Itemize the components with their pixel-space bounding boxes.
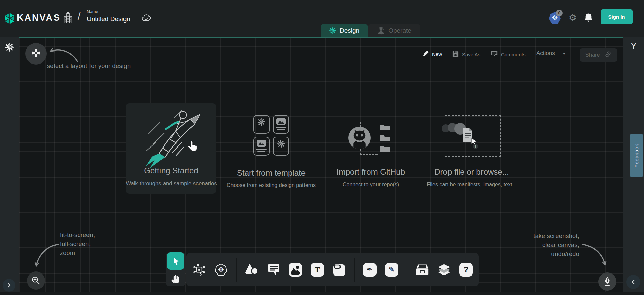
drop-zone[interactable] <box>445 115 501 157</box>
pen-tool-button[interactable]: ✒ <box>363 263 377 277</box>
bottom-edge-bar <box>0 292 644 295</box>
component-tool-button[interactable] <box>192 263 206 277</box>
validate-y-icon[interactable]: Y <box>631 41 637 51</box>
view-hint-text: fit-to-screen, full-screen, zoom <box>60 230 95 258</box>
share-button[interactable]: Share <box>580 48 617 62</box>
comments-button[interactable]: Comments <box>491 50 526 58</box>
tab-design[interactable]: Design <box>321 24 368 37</box>
card-subtitle: Files can be manifests, images, text... <box>427 182 517 188</box>
expand-left-panel-button[interactable] <box>3 279 15 292</box>
pencil-icon <box>422 50 429 58</box>
card-title: Getting Started <box>144 166 198 175</box>
settings-gear-icon[interactable]: ⚙ <box>569 12 577 23</box>
notifications-bell-icon[interactable] <box>584 13 593 23</box>
comment-tool-button[interactable] <box>267 263 280 277</box>
thumb-line <box>257 130 265 130</box>
chevron-right-icon <box>6 282 12 288</box>
comments-label: Comments <box>501 52 526 57</box>
folder-icon <box>380 145 390 152</box>
k8s-context-button[interactable]: ☸ 0 <box>549 12 561 24</box>
left-dock <box>0 37 19 292</box>
layers-icon <box>437 263 451 277</box>
plus-badge: + <box>473 144 478 149</box>
kubernetes-tool-button[interactable]: ☸ <box>214 263 228 277</box>
layout-hint-text: select a layout for your design <box>47 62 131 70</box>
zoom-in-icon <box>31 276 41 285</box>
app-logo-text: KANVAS <box>17 13 61 23</box>
import-drawer-tool-button[interactable] <box>416 263 429 277</box>
select-arrow-icon <box>171 257 180 266</box>
pen-tool-glyph: ✒ <box>367 266 373 273</box>
toolbar-divider <box>354 258 355 282</box>
breadcrumb-separator: / <box>78 11 80 22</box>
history-hint-text: take screenshot, clear canvas, undo/redo <box>525 231 579 259</box>
organization-icon[interactable] <box>64 12 72 24</box>
bottom-toolbar: ☸ T <box>186 253 479 286</box>
feedback-tab[interactable]: Feedback <box>630 134 643 177</box>
text-tool-glyph: T <box>315 266 320 274</box>
note-tool-button[interactable] <box>332 263 346 277</box>
actions-menu-button[interactable]: Actions ▾ <box>536 50 565 57</box>
pointer-tools-group <box>166 252 185 286</box>
context-count-badge: 0 <box>556 10 563 16</box>
history-hint-arrow <box>578 240 610 270</box>
shapes-icon <box>245 263 258 276</box>
card-subtitle: Connect to your repo(s) <box>343 182 399 188</box>
layout-flower-icon <box>31 48 41 59</box>
folder-icon <box>380 135 390 141</box>
help-tool-button[interactable]: ? <box>459 263 473 277</box>
select-tool-button[interactable] <box>167 252 184 270</box>
thumb-line <box>256 128 267 128</box>
hint-line: clear canvas, <box>525 241 579 250</box>
toolbar-divider <box>236 258 237 282</box>
kanvas-logo-icon <box>4 12 15 25</box>
hint-line: full-screen, <box>60 240 95 249</box>
freehand-tool-glyph: ✎ <box>389 266 395 273</box>
card-subtitle: Choose from existing design patterns <box>227 182 316 188</box>
actions-label: Actions <box>536 50 555 57</box>
hint-line: fit-to-screen, <box>60 230 95 240</box>
new-label: New <box>432 51 442 57</box>
share-label: Share <box>585 52 600 58</box>
meshery-spiral-icon[interactable] <box>5 43 14 52</box>
cursor-pointer-icon <box>187 140 199 153</box>
note-icon <box>332 263 346 276</box>
hint-line: zoom <box>60 249 95 258</box>
zoom-controls-button[interactable] <box>27 271 45 290</box>
share-link-icon <box>604 51 612 59</box>
kanvas-app: select a layout for your design New Save… <box>0 0 644 295</box>
expand-right-panel-button[interactable] <box>626 275 640 289</box>
github-octocat-icon <box>348 127 371 149</box>
template-thumb-design <box>273 137 289 156</box>
card-title: Import from GitHub <box>336 167 405 177</box>
freehand-tool-button[interactable]: ✎ <box>385 263 398 277</box>
tab-operate[interactable]: Operate <box>368 24 420 37</box>
card-title: Start from template <box>237 168 306 178</box>
mode-tabs: Design Operate <box>321 24 420 37</box>
layout-select-button[interactable] <box>25 43 47 65</box>
shapes-tool-button[interactable] <box>245 263 258 277</box>
history-controls-button[interactable] <box>598 272 616 291</box>
spiral-icon <box>257 118 265 126</box>
image-tool-button[interactable] <box>289 263 302 277</box>
feedback-label: Feedback <box>634 144 639 167</box>
save-as-button[interactable]: Save As <box>452 50 480 58</box>
folder-icon <box>380 124 390 131</box>
thumb-line <box>256 149 267 150</box>
thumb-line <box>257 151 265 152</box>
layers-tool-button[interactable] <box>437 263 451 277</box>
design-spiral-icon <box>329 27 336 34</box>
pan-tool-button[interactable] <box>169 272 182 285</box>
design-name-input[interactable]: Untitled Design <box>87 15 136 26</box>
operate-headset-icon <box>377 27 385 35</box>
save-icon <box>452 50 459 58</box>
view-hint-arrow <box>30 240 64 270</box>
tab-design-label: Design <box>339 27 359 34</box>
text-tool-button[interactable]: T <box>311 263 324 277</box>
hint-line: take screenshot, <box>525 231 579 241</box>
new-button[interactable]: New <box>422 50 442 58</box>
sign-in-button[interactable]: Sign In <box>601 9 633 24</box>
chevron-down-icon: ▾ <box>563 51 565 56</box>
card-subtitle: Walk-throughs and sample scenarios <box>126 180 217 187</box>
image-icon <box>276 118 286 125</box>
